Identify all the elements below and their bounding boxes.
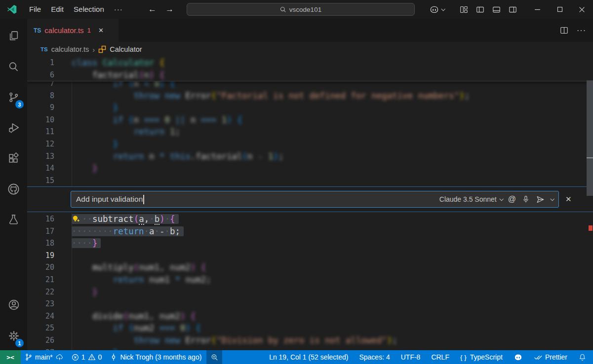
settings-button[interactable]: 1: [0, 324, 27, 348]
breadcrumb-file[interactable]: calculator.ts: [51, 45, 89, 53]
branch-item[interactable]: main*: [21, 350, 68, 364]
tab-calculator-ts[interactable]: TS calculator.ts 1 ✕: [27, 19, 119, 42]
attach-context-button[interactable]: @: [508, 195, 516, 204]
indentation-item[interactable]: Spaces: 4: [354, 350, 395, 364]
line-number[interactable]: 8: [27, 90, 54, 102]
sticky-scroll[interactable]: 1class Calculator {6 factorial(n) {: [27, 57, 593, 81]
menu-more[interactable]: ···: [109, 3, 128, 16]
code-line-13[interactable]: 13 return n * this.factorial(n - 1);: [27, 150, 593, 163]
code-line-9[interactable]: 9 }: [27, 102, 593, 114]
chevron-down-icon[interactable]: [550, 197, 554, 201]
activity-testing[interactable]: [0, 207, 27, 232]
code-line-19[interactable]: 19: [27, 250, 593, 262]
line-number[interactable]: 17: [27, 225, 54, 238]
code-line-10[interactable]: 10 if (n === 0 || n === 1) {: [27, 114, 593, 126]
minimize-button[interactable]: [526, 0, 549, 19]
line-number[interactable]: 11: [27, 126, 54, 138]
code-line-6[interactable]: 6 factorial(n) {: [27, 69, 593, 81]
close-window-button[interactable]: [571, 0, 593, 19]
line-number[interactable]: 23: [27, 298, 54, 310]
zoom-indicator[interactable]: [206, 350, 222, 364]
encoding-item[interactable]: UTF-8: [395, 350, 426, 364]
activity-search[interactable]: [0, 54, 27, 79]
code-line-27[interactable]: 27 }: [27, 347, 593, 350]
code-line-23[interactable]: 23: [27, 298, 593, 310]
code-editor[interactable]: 7 if (n < 0) {8 throw new Error("Factori…: [27, 57, 593, 350]
line-number[interactable]: 1: [27, 57, 54, 69]
toggle-secondary-sidebar-icon[interactable]: [508, 5, 517, 14]
formatter-item[interactable]: Prettier: [528, 350, 573, 364]
code-line-11[interactable]: 11 return 1;: [27, 126, 593, 138]
activity-explorer[interactable]: [0, 24, 27, 48]
line-number[interactable]: 27: [27, 347, 54, 350]
code-line-18[interactable]: 18····}: [27, 237, 593, 250]
code-line-25[interactable]: 25 if (num2 === 0) {: [27, 322, 593, 334]
line-number[interactable]: 24: [27, 310, 54, 323]
copilot-status-item[interactable]: [508, 350, 528, 364]
line-number[interactable]: 20: [27, 261, 54, 274]
line-number[interactable]: 21: [27, 274, 54, 286]
code-line-22[interactable]: 22 }: [27, 286, 593, 298]
line-number[interactable]: 26: [27, 334, 54, 347]
code-line-24[interactable]: 24 divide(num1, num2) {: [27, 310, 593, 323]
notifications-bell[interactable]: [573, 350, 593, 364]
command-center[interactable]: vscode101: [187, 3, 415, 16]
code-line-26[interactable]: 26 throw new Error("Division by zero is …: [27, 334, 593, 347]
send-icon[interactable]: [536, 195, 545, 204]
activity-github[interactable]: [0, 177, 27, 201]
code-line-8[interactable]: 8 throw new Error("Factorial is not defi…: [27, 90, 593, 102]
code-line-15[interactable]: 15: [27, 175, 593, 187]
vertical-scrollbar[interactable]: [586, 57, 593, 350]
code-line-21[interactable]: 21 return num1 * num2;: [27, 274, 593, 286]
maximize-button[interactable]: [549, 0, 571, 19]
code-line-16[interactable]: 16··subtract(a,·b)·{: [27, 213, 593, 225]
line-number[interactable]: 13: [27, 150, 54, 163]
more-actions-icon[interactable]: ···: [577, 26, 586, 35]
code-line-1[interactable]: 1class Calculator {: [27, 57, 593, 69]
menu-selection[interactable]: Selection: [69, 3, 109, 16]
microphone-icon[interactable]: [521, 195, 530, 204]
code-line-12[interactable]: 12 }: [27, 138, 593, 150]
activity-source-control[interactable]: 3: [0, 85, 27, 109]
remote-indicator[interactable]: ><: [0, 350, 21, 364]
activity-extensions[interactable]: [0, 146, 27, 171]
inline-chat-close-button[interactable]: ✕: [565, 195, 572, 204]
copilot-menu[interactable]: [429, 4, 444, 15]
line-number[interactable]: 19: [27, 250, 54, 262]
cursor-position-item[interactable]: Ln 19, Col 1 (52 selected): [264, 350, 354, 364]
inline-chat-input[interactable]: Add input validation Claude 3.5 Sonnet @: [71, 191, 559, 208]
line-number[interactable]: 14: [27, 162, 54, 175]
line-number[interactable]: 25: [27, 322, 54, 334]
language-mode-item[interactable]: { } TypeScript: [455, 350, 508, 364]
line-number[interactable]: 22: [27, 286, 54, 298]
code-action-lightbulb[interactable]: [72, 215, 82, 223]
overview-cursor-mark: [587, 157, 593, 158]
tab-close-button[interactable]: ✕: [98, 27, 104, 34]
scrollbar-thumb[interactable]: [587, 80, 593, 196]
line-number[interactable]: 12: [27, 138, 54, 150]
menu-file[interactable]: File: [24, 3, 46, 16]
line-number[interactable]: 9: [27, 102, 54, 114]
menu-edit[interactable]: Edit: [46, 3, 69, 16]
code-line-17[interactable]: 17········return·a·-·b;: [27, 225, 593, 238]
breadcrumb-symbol[interactable]: Calculator: [110, 45, 142, 53]
code-line-20[interactable]: 20 multiply(num1, num2) {: [27, 261, 593, 274]
model-picker[interactable]: Claude 3.5 Sonnet: [439, 195, 503, 203]
back-button[interactable]: ←: [148, 4, 157, 14]
toggle-primary-sidebar-icon[interactable]: [475, 5, 485, 14]
problems-item[interactable]: 1 0: [68, 350, 106, 364]
line-number[interactable]: 6: [27, 69, 54, 81]
split-editor-icon[interactable]: [559, 26, 569, 35]
code-line-14[interactable]: 14 }: [27, 162, 593, 175]
forward-button[interactable]: →: [165, 4, 174, 14]
git-blame-item[interactable]: Nick Trogh (3 months ago): [106, 350, 205, 364]
eol-item[interactable]: CRLF: [426, 350, 455, 364]
line-number[interactable]: 16: [27, 213, 54, 225]
line-number[interactable]: 15: [27, 175, 54, 187]
line-number[interactable]: 18: [27, 237, 54, 250]
line-number[interactable]: 10: [27, 114, 54, 126]
account-button[interactable]: [0, 292, 27, 317]
customize-layout-icon[interactable]: [459, 5, 469, 14]
toggle-panel-icon[interactable]: [492, 5, 501, 14]
activity-run-debug[interactable]: [0, 115, 27, 140]
